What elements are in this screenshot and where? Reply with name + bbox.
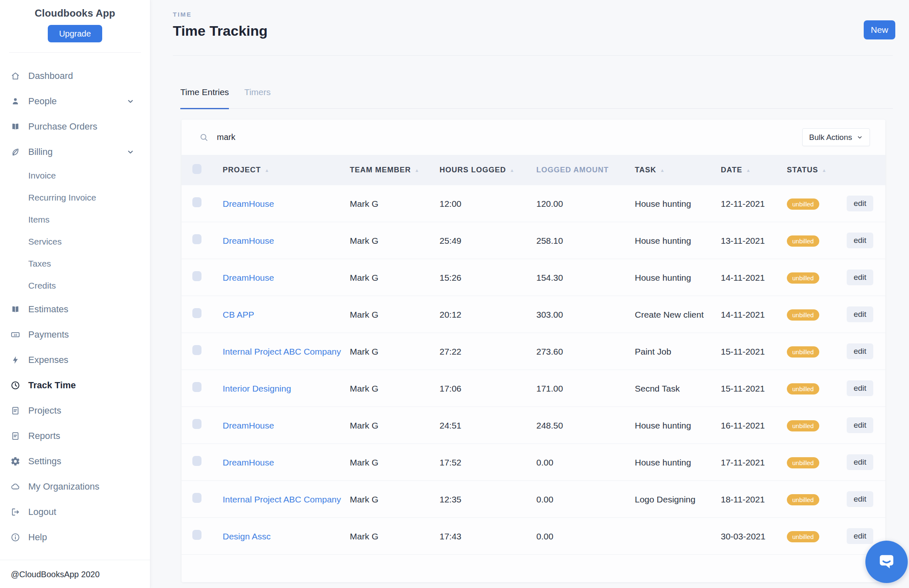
sidebar-item-label: Projects	[28, 405, 61, 416]
table-row: Internal Project ABC Company Mark G 12:3…	[182, 481, 885, 518]
sidebar-item-billing[interactable]: Billing	[0, 139, 150, 164]
book-icon	[10, 304, 20, 314]
date-cell: 16-11-2021	[721, 409, 787, 442]
edit-button[interactable]: edit	[847, 196, 873, 211]
chevron-down-icon	[857, 134, 863, 140]
tab-timers[interactable]: Timers	[244, 86, 270, 108]
status-badge: unbilled	[787, 383, 819, 394]
date-cell: 18-11-2021	[721, 483, 787, 516]
column-header-hours-logged[interactable]: HOURS LOGGED▲	[440, 166, 536, 174]
task-cell: House hunting	[635, 446, 721, 479]
main-content: TIME Time Tracking New Time Entries Time…	[150, 0, 909, 588]
edit-button[interactable]: edit	[847, 528, 873, 544]
sidebar-item-items[interactable]: Items	[0, 208, 150, 230]
sidebar-item-my-organizations[interactable]: My Organizations	[0, 474, 150, 499]
sidebar-item-settings[interactable]: Settings	[0, 448, 150, 474]
sidebar-item-projects[interactable]: Projects	[0, 398, 150, 423]
table-toolbar: Bulk Actions	[182, 120, 885, 155]
sort-asc-icon: ▲	[415, 168, 420, 173]
project-link[interactable]: DreamHouse	[223, 273, 274, 282]
gear-icon	[10, 456, 20, 466]
column-header-task[interactable]: TASK▲	[635, 166, 721, 174]
upgrade-button[interactable]: Upgrade	[48, 25, 102, 42]
chevron-down-icon[interactable]	[126, 97, 135, 105]
chevron-down-icon[interactable]	[126, 148, 135, 156]
sidebar-item-purchase-orders[interactable]: Purchase Orders	[0, 114, 150, 139]
column-header-project[interactable]: PROJECT▲	[223, 166, 350, 174]
sidebar-item-taxes[interactable]: Taxes	[0, 252, 150, 274]
edit-button[interactable]: edit	[847, 233, 873, 248]
column-header-logged-amount[interactable]: LOGGED AMOUNT	[536, 166, 635, 174]
team-member-cell: Mark G	[350, 298, 440, 331]
sidebar-item-expenses[interactable]: Expenses	[0, 347, 150, 372]
sidebar-item-dashboard[interactable]: Dashboard	[0, 63, 150, 88]
row-checkbox[interactable]	[192, 493, 201, 503]
project-link[interactable]: DreamHouse	[223, 458, 274, 467]
project-link[interactable]: Interior Designing	[223, 384, 291, 393]
date-cell: 12-11-2021	[721, 187, 787, 220]
table-row: CB APP Mark G 20:12 303.00 Create New cl…	[182, 296, 885, 333]
row-checkbox[interactable]	[192, 234, 201, 244]
sidebar-item-people[interactable]: People	[0, 88, 150, 114]
project-link[interactable]: CB APP	[223, 310, 254, 319]
row-checkbox[interactable]	[192, 197, 201, 207]
edit-button[interactable]: edit	[847, 270, 873, 285]
logged-amount-cell: 273.60	[536, 335, 635, 368]
edit-button[interactable]: edit	[847, 454, 873, 470]
sidebar-item-help[interactable]: Help	[0, 524, 150, 550]
status-badge: unbilled	[787, 309, 819, 321]
edit-button[interactable]: edit	[847, 417, 873, 433]
project-link[interactable]: DreamHouse	[223, 421, 274, 430]
sidebar-item-estimates[interactable]: Estimates	[0, 296, 150, 322]
sidebar-item-credits[interactable]: Credits	[0, 274, 150, 296]
project-link[interactable]: DreamHouse	[223, 236, 274, 245]
chat-widget-button[interactable]	[865, 541, 908, 583]
sidebar-item-label: Logout	[28, 507, 56, 517]
sidebar-item-label: Purchase Orders	[28, 121, 97, 132]
column-header-team-member[interactable]: TEAM MEMBER▲	[350, 166, 440, 174]
sidebar-item-services[interactable]: Services	[0, 230, 150, 252]
row-checkbox[interactable]	[192, 456, 201, 466]
hours-logged-cell: 12:00	[440, 187, 536, 220]
project-link[interactable]: DreamHouse	[223, 199, 274, 208]
row-checkbox[interactable]	[192, 271, 201, 281]
select-all-checkbox[interactable]	[192, 164, 201, 174]
project-link[interactable]: Internal Project ABC Company	[223, 347, 341, 356]
tab-time-entries[interactable]: Time Entries	[180, 86, 229, 108]
sidebar-item-payments[interactable]: 10 Payments	[0, 322, 150, 347]
table-row: DreamHouse Mark G 12:00 120.00 House hun…	[182, 185, 885, 222]
person-icon	[10, 96, 20, 106]
status-badge: unbilled	[787, 272, 819, 284]
app-window: Cloudbooks App Upgrade Dashboard People …	[0, 0, 909, 588]
edit-button[interactable]: edit	[847, 343, 873, 359]
column-header-date[interactable]: DATE▲	[721, 166, 787, 174]
edit-button[interactable]: edit	[847, 380, 873, 396]
project-link[interactable]: Design Assc	[223, 532, 271, 541]
status-badge: unbilled	[787, 494, 819, 505]
sidebar-item-invoice[interactable]: Invoice	[0, 164, 150, 186]
new-button[interactable]: New	[864, 20, 895, 39]
sidebar-item-reports[interactable]: Reports	[0, 423, 150, 448]
status-badge: unbilled	[787, 420, 819, 431]
sidebar-item-recurring-invoice[interactable]: Recurring Invoice	[0, 186, 150, 208]
row-checkbox[interactable]	[192, 419, 201, 429]
row-checkbox[interactable]	[192, 530, 201, 540]
page-title: Time Tracking	[173, 22, 893, 39]
edit-button[interactable]: edit	[847, 491, 873, 507]
project-link[interactable]: Internal Project ABC Company	[223, 495, 341, 504]
logged-amount-cell: 120.00	[536, 187, 635, 220]
task-cell: House hunting	[635, 187, 721, 220]
row-checkbox[interactable]	[192, 345, 201, 355]
row-checkbox[interactable]	[192, 382, 201, 392]
row-checkbox[interactable]	[192, 308, 201, 318]
edit-button[interactable]: edit	[847, 306, 873, 322]
sidebar-item-track-time[interactable]: Track Time	[0, 372, 150, 398]
search-input[interactable]	[217, 132, 802, 142]
sidebar-item-label: Payments	[28, 329, 69, 340]
sidebar-item-logout[interactable]: Logout	[0, 499, 150, 524]
sidebar-item-label: People	[28, 96, 57, 107]
column-header-status[interactable]: STATUS▲	[787, 166, 847, 174]
hours-logged-cell: 17:06	[440, 372, 536, 405]
copyright-text: @CloudBooksApp 2020	[11, 570, 100, 579]
bulk-actions-button[interactable]: Bulk Actions	[802, 128, 870, 146]
